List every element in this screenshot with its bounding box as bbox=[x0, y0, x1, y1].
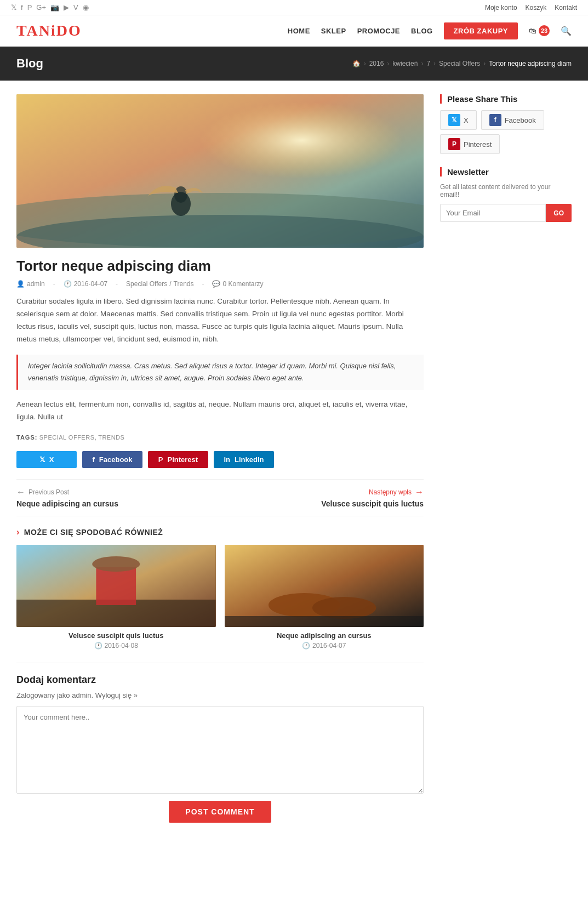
prev-post-title[interactable]: Neque adipiscing an cursus bbox=[16, 499, 118, 508]
facebook-icon[interactable]: f bbox=[21, 3, 23, 12]
post-comment-button[interactable]: POST COMMENT bbox=[169, 801, 271, 823]
koszyk-link[interactable]: Koszyk bbox=[526, 4, 547, 12]
right-arrow-icon: → bbox=[415, 487, 424, 497]
article-title: Tortor neque adpiscing diam bbox=[16, 258, 424, 275]
related-card-1[interactable]: Velusce suscipit quis luctus 🕐 2016-04-0… bbox=[16, 545, 216, 649]
share-pinterest-button[interactable]: P Pinterest bbox=[148, 451, 208, 468]
svg-point-9 bbox=[92, 556, 140, 572]
prev-post-label: ← Previous Post bbox=[16, 487, 118, 497]
twitter-icon[interactable]: 𝕏 bbox=[11, 3, 16, 12]
share-facebook-button[interactable]: f Facebook bbox=[82, 451, 142, 468]
site-logo[interactable]: TANiDO bbox=[16, 22, 82, 39]
related-chevron-icon: › bbox=[16, 527, 20, 537]
pinterest-icon[interactable]: P bbox=[27, 3, 32, 12]
breadcrumb: 🏠 › 2016 › kwiecień › 7 › Special Offers… bbox=[352, 60, 572, 67]
related-card-2[interactable]: Neque adipiscing an cursus 🕐 2016-04-07 bbox=[225, 545, 424, 649]
kontakt-link[interactable]: Kontakt bbox=[555, 4, 577, 12]
breadcrumb-year[interactable]: 2016 bbox=[369, 60, 384, 67]
share-linkedin-button[interactable]: in LinkedIn bbox=[214, 451, 274, 468]
linkedin-share-icon: in bbox=[224, 455, 230, 464]
comment-section-title: Dodaj komentarz bbox=[16, 674, 424, 686]
category-special-offers[interactable]: Special Offers bbox=[126, 280, 167, 288]
rss-icon[interactable]: ◉ bbox=[83, 3, 89, 12]
sidebar: Please Share This 𝕏 X f Facebook P Pinte… bbox=[440, 94, 572, 823]
sidebar-share-buttons: 𝕏 X f Facebook P Pinterest bbox=[440, 110, 572, 154]
meta-comments: 💬 0 Komentarzy bbox=[212, 280, 263, 288]
vimeo-icon[interactable]: V bbox=[73, 3, 78, 12]
meta-author: admin bbox=[27, 280, 45, 288]
svg-rect-13 bbox=[225, 616, 424, 627]
svg-point-12 bbox=[312, 597, 375, 619]
tag-trends[interactable]: TRENDS bbox=[98, 434, 124, 441]
facebook-share-icon: f bbox=[92, 455, 94, 464]
x-share-icon: 𝕏 bbox=[39, 455, 45, 464]
sidebar-newsletter-title: Newsletter bbox=[440, 167, 572, 176]
topbar-social-links: 𝕏 f P G+ 📷 ▶ V ◉ bbox=[11, 3, 89, 12]
next-post-nav[interactable]: Następny wpls → Velusce suscipit quis lu… bbox=[321, 487, 424, 508]
meta-category[interactable]: Special Offers / Trends bbox=[126, 280, 193, 288]
cart-bag-icon: 🛍 bbox=[529, 26, 536, 35]
main-layout: Tortor neque adpiscing diam 👤 admin - 🕐 … bbox=[0, 81, 588, 836]
sidebar-x-label: X bbox=[464, 116, 469, 124]
sidebar-facebook-icon: f bbox=[489, 114, 501, 126]
nav-promocje[interactable]: PROMOCJE bbox=[357, 27, 400, 35]
related-card-2-date: 🕐 2016-04-07 bbox=[225, 642, 424, 649]
article-hero-image bbox=[16, 94, 424, 248]
prev-post-nav[interactable]: ← Previous Post Neque adipiscing an curs… bbox=[16, 487, 118, 508]
hero-breadcrumb-bar: Blog 🏠 › 2016 › kwiecień › 7 › Special O… bbox=[0, 47, 588, 81]
site-header: TANiDO HOME SKLEP PROMOCJE BLOG ZRÓB ZAK… bbox=[0, 15, 588, 47]
related-posts-grid: Velusce suscipit quis luctus 🕐 2016-04-0… bbox=[16, 545, 424, 649]
pinterest-share-icon: P bbox=[158, 455, 163, 464]
cart-icon[interactable]: 🛍 23 bbox=[529, 25, 550, 36]
cart-count-badge: 23 bbox=[539, 25, 550, 36]
meta-date-icon: 🕐 2016-04-07 bbox=[64, 280, 107, 288]
left-arrow-icon: ← bbox=[16, 487, 25, 497]
tag-special-offers[interactable]: SPECIAL OFFERS bbox=[39, 434, 95, 441]
sidebar-newsletter-section: Newsletter Get all latest content delive… bbox=[440, 167, 572, 222]
nav-sklep[interactable]: SKLEP bbox=[321, 27, 346, 35]
moje-konto-link[interactable]: Moje konto bbox=[485, 4, 517, 12]
related-heading-text: MOŻE CI SIĘ SPODOBAĆ RÓWNIEŻ bbox=[24, 528, 163, 537]
google-icon[interactable]: G+ bbox=[36, 3, 46, 12]
nav-blog[interactable]: BLOG bbox=[411, 27, 433, 35]
breadcrumb-category[interactable]: Special Offers bbox=[439, 60, 480, 67]
next-post-label: Następny wpls → bbox=[369, 487, 424, 497]
share-x-button[interactable]: 𝕏 X bbox=[16, 451, 77, 468]
sidebar-x-icon: 𝕏 bbox=[448, 114, 460, 126]
breadcrumb-home[interactable]: 🏠 bbox=[352, 60, 361, 67]
comment-textarea[interactable] bbox=[16, 706, 424, 794]
breadcrumb-day[interactable]: 7 bbox=[426, 60, 430, 67]
sidebar-facebook-share-btn[interactable]: f Facebook bbox=[481, 110, 544, 130]
meta-author-icon: 👤 admin bbox=[16, 280, 45, 288]
cta-button[interactable]: ZRÓB ZAKUPY bbox=[444, 22, 518, 39]
newsletter-email-input[interactable] bbox=[440, 204, 546, 222]
next-post-title[interactable]: Velusce suscipit quis luctus bbox=[321, 499, 424, 508]
topbar: 𝕏 f P G+ 📷 ▶ V ◉ Moje konto Koszyk Konta… bbox=[0, 0, 588, 15]
sidebar-pinterest-label: Pinterest bbox=[464, 140, 492, 149]
article-tags: TAGS: SPECIAL OFFERS, TRENDS bbox=[16, 434, 424, 441]
sidebar-pinterest-share-btn[interactable]: P Pinterest bbox=[440, 134, 500, 154]
svg-point-5 bbox=[174, 186, 187, 203]
sidebar-pinterest-icon: P bbox=[448, 138, 460, 150]
sidebar-share-title: Please Share This bbox=[440, 94, 572, 104]
related-card-1-date: 🕐 2016-04-08 bbox=[16, 642, 216, 649]
newsletter-submit-button[interactable]: GO bbox=[546, 204, 572, 222]
meta-date: 2016-04-07 bbox=[74, 280, 107, 288]
sidebar-facebook-label: Facebook bbox=[505, 116, 536, 124]
logo-text: TANiDO bbox=[16, 22, 82, 39]
article-meta: 👤 admin - 🕐 2016-04-07 - Special Offers … bbox=[16, 280, 424, 288]
search-icon[interactable]: 🔍 bbox=[561, 26, 572, 36]
youtube-icon[interactable]: ▶ bbox=[64, 3, 69, 12]
category-trends[interactable]: Trends bbox=[174, 280, 194, 288]
instagram-icon[interactable]: 📷 bbox=[50, 3, 59, 12]
newsletter-description: Get all latest content delivered to your… bbox=[440, 183, 572, 198]
sidebar-share-section: Please Share This 𝕏 X f Facebook P Pinte… bbox=[440, 94, 572, 154]
date-icon-2: 🕐 bbox=[302, 642, 310, 649]
sidebar-x-share-btn[interactable]: 𝕏 X bbox=[440, 110, 477, 130]
related-card-2-title: Neque adipiscing an cursus bbox=[225, 631, 424, 640]
svg-rect-8 bbox=[96, 567, 136, 605]
newsletter-form: GO bbox=[440, 204, 572, 222]
comment-logged-status: Zalogowany jako admin. Wyloguj się » bbox=[16, 691, 424, 699]
nav-home[interactable]: HOME bbox=[288, 27, 310, 35]
breadcrumb-month[interactable]: kwiecień bbox=[392, 60, 418, 67]
